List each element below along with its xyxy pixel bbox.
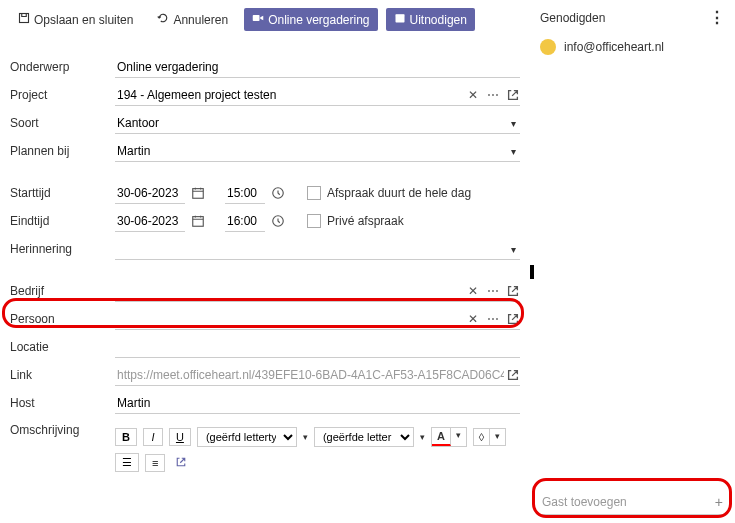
chevron-down-icon: ▾ [303,432,308,442]
description-editor[interactable] [115,476,520,523]
toolbar: Opslaan en sluiten Annuleren Online verg… [10,8,520,31]
attendees-title: Genodigden [540,11,605,25]
allday-checkbox[interactable] [307,186,321,200]
more-vertical-icon[interactable]: ⋮ [709,8,725,27]
end-label: Eindtijd [10,214,115,228]
subject-label: Onderwerp [10,60,115,74]
reminder-select[interactable] [115,239,520,260]
link-input[interactable] [115,365,506,385]
attendee-email: info@officeheart.nl [564,40,664,54]
person-label: Persoon [10,312,115,326]
type-select[interactable] [115,113,520,134]
type-label: Soort [10,116,115,130]
size-select[interactable]: (geërfde letter… [314,427,414,447]
project-input[interactable] [115,85,466,105]
save-close-button[interactable]: Opslaan en sluiten [10,8,141,31]
calendar-icon [394,12,406,27]
undo-icon [157,12,169,27]
editor-toolbar: B I U (geërfd lettertyp… ▾ (geërfde lett… [115,423,520,476]
start-label: Starttijd [10,186,115,200]
clear-icon[interactable]: ✕ [466,312,480,326]
allday-label: Afspraak duurt de hele dag [327,186,471,200]
external-link-icon[interactable] [506,88,520,102]
attendee-row: info@officeheart.nl [540,39,725,55]
cancel-button[interactable]: Annuleren [149,8,236,31]
video-icon [252,12,264,27]
invite-button[interactable]: Uitnodigen [386,8,475,31]
text-color-button[interactable]: A▾ [431,427,467,447]
reminder-label: Herinnering [10,242,115,256]
project-label: Project [10,88,115,102]
add-guest-row[interactable]: Gast toevoegen + [540,490,725,515]
start-date-input[interactable] [115,183,185,204]
calendar-icon[interactable] [191,186,205,200]
link-label: Link [10,368,115,382]
location-label: Locatie [10,340,115,354]
font-select[interactable]: (geërfd lettertyp… [197,427,297,447]
highlight-button[interactable]: ◊▾ [473,428,506,446]
private-label: Privé afspraak [327,214,404,228]
avatar [540,39,556,55]
italic-button[interactable]: I [143,428,163,446]
company-label: Bedrijf [10,284,115,298]
start-time-input[interactable] [225,183,265,204]
svg-rect-0 [20,14,29,23]
host-label: Host [10,396,115,410]
number-list-button[interactable]: ≡ [145,454,165,472]
private-checkbox[interactable] [307,214,321,228]
plus-icon[interactable]: + [715,494,723,510]
underline-button[interactable]: U [169,428,191,446]
svg-rect-4 [193,189,204,199]
plan-at-select[interactable] [115,141,520,162]
description-label: Omschrijving [10,423,115,437]
more-icon[interactable]: ⋯ [486,88,500,102]
svg-rect-3 [395,14,404,16]
bullet-list-button[interactable]: ☰ [115,453,139,472]
person-input[interactable] [115,309,466,329]
cursor-indicator [530,265,534,279]
more-icon[interactable]: ⋯ [486,312,500,326]
external-link-icon[interactable] [506,312,520,326]
external-link-icon[interactable] [175,456,187,470]
online-meeting-button[interactable]: Online vergadering [244,8,377,31]
clock-icon[interactable] [271,214,285,228]
company-input[interactable] [115,281,466,301]
clear-icon[interactable]: ✕ [466,88,480,102]
clock-icon[interactable] [271,186,285,200]
host-input[interactable] [115,393,520,414]
end-date-input[interactable] [115,211,185,232]
location-input[interactable] [115,337,520,358]
chevron-down-icon: ▾ [420,432,425,442]
more-icon[interactable]: ⋯ [486,284,500,298]
plan-at-label: Plannen bij [10,144,115,158]
external-link-icon[interactable] [506,284,520,298]
subject-input[interactable] [115,57,520,78]
bold-button[interactable]: B [115,428,137,446]
guest-placeholder: Gast toevoegen [542,495,627,509]
calendar-icon[interactable] [191,214,205,228]
clear-icon[interactable]: ✕ [466,284,480,298]
svg-rect-1 [253,15,260,21]
external-link-icon[interactable] [506,368,520,382]
svg-rect-6 [193,217,204,227]
end-time-input[interactable] [225,211,265,232]
save-icon [18,12,30,27]
